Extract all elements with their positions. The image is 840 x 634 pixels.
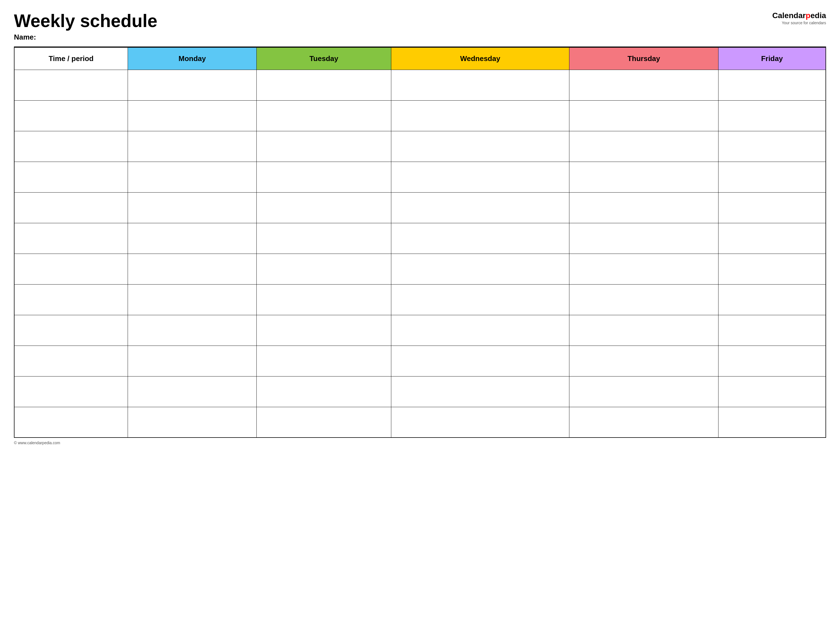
table-cell-thursday[interactable] [569, 100, 718, 131]
table-cell-friday[interactable] [718, 407, 826, 437]
table-row [14, 376, 826, 407]
table-cell-thursday[interactable] [569, 315, 718, 345]
logo-part1: Calendar [772, 11, 806, 20]
table-cell-wednesday[interactable] [391, 162, 569, 192]
schedule-body [14, 70, 826, 437]
table-cell-friday[interactable] [718, 70, 826, 100]
column-header-monday: Monday [128, 47, 257, 70]
logo-red-letter: p [806, 11, 810, 20]
table-cell-friday[interactable] [718, 100, 826, 131]
table-cell-monday[interactable] [128, 131, 257, 162]
table-cell-tuesday[interactable] [257, 100, 391, 131]
table-row [14, 284, 826, 315]
table-cell-monday[interactable] [128, 345, 257, 376]
table-cell-friday[interactable] [718, 376, 826, 407]
table-cell-tuesday[interactable] [257, 131, 391, 162]
table-cell-thursday[interactable] [569, 376, 718, 407]
table-cell-tuesday[interactable] [257, 284, 391, 315]
name-label: Name: [14, 33, 158, 41]
table-row [14, 70, 826, 100]
table-cell-monday[interactable] [128, 254, 257, 284]
table-cell-friday[interactable] [718, 284, 826, 315]
column-header-wednesday: Wednesday [391, 47, 569, 70]
table-row [14, 345, 826, 376]
table-cell-time[interactable] [14, 100, 128, 131]
table-cell-monday[interactable] [128, 162, 257, 192]
table-cell-time[interactable] [14, 162, 128, 192]
column-header-time: Time / period [14, 47, 128, 70]
table-cell-thursday[interactable] [569, 192, 718, 223]
table-cell-wednesday[interactable] [391, 192, 569, 223]
table-cell-tuesday[interactable] [257, 192, 391, 223]
table-cell-time[interactable] [14, 223, 128, 254]
page-header: Weekly schedule Name: Calendarpedia Your… [14, 11, 826, 41]
table-cell-tuesday[interactable] [257, 345, 391, 376]
table-cell-monday[interactable] [128, 223, 257, 254]
table-cell-monday[interactable] [128, 70, 257, 100]
table-cell-time[interactable] [14, 192, 128, 223]
table-cell-friday[interactable] [718, 315, 826, 345]
table-cell-wednesday[interactable] [391, 100, 569, 131]
table-cell-time[interactable] [14, 376, 128, 407]
table-row [14, 192, 826, 223]
table-cell-monday[interactable] [128, 315, 257, 345]
table-cell-monday[interactable] [128, 376, 257, 407]
table-cell-thursday[interactable] [569, 162, 718, 192]
table-cell-thursday[interactable] [569, 345, 718, 376]
table-cell-thursday[interactable] [569, 254, 718, 284]
table-cell-time[interactable] [14, 315, 128, 345]
table-cell-time[interactable] [14, 70, 128, 100]
table-cell-thursday[interactable] [569, 131, 718, 162]
table-cell-wednesday[interactable] [391, 254, 569, 284]
table-row [14, 223, 826, 254]
table-cell-wednesday[interactable] [391, 131, 569, 162]
table-cell-tuesday[interactable] [257, 70, 391, 100]
table-row [14, 131, 826, 162]
footer: © www.calendarpedia.com [14, 441, 826, 445]
table-cell-wednesday[interactable] [391, 345, 569, 376]
logo-tagline: Your source for calendars [782, 21, 826, 25]
table-cell-wednesday[interactable] [391, 223, 569, 254]
table-cell-wednesday[interactable] [391, 407, 569, 437]
table-cell-thursday[interactable] [569, 407, 718, 437]
column-header-friday: Friday [718, 47, 826, 70]
title-section: Weekly schedule Name: [14, 11, 158, 41]
table-cell-monday[interactable] [128, 407, 257, 437]
table-cell-friday[interactable] [718, 162, 826, 192]
table-cell-time[interactable] [14, 254, 128, 284]
logo-part2: edia [810, 11, 826, 20]
table-cell-thursday[interactable] [569, 223, 718, 254]
table-cell-wednesday[interactable] [391, 376, 569, 407]
table-cell-tuesday[interactable] [257, 407, 391, 437]
footer-url: © www.calendarpedia.com [14, 441, 60, 445]
table-cell-tuesday[interactable] [257, 315, 391, 345]
table-cell-time[interactable] [14, 345, 128, 376]
table-cell-time[interactable] [14, 284, 128, 315]
table-cell-friday[interactable] [718, 223, 826, 254]
table-cell-monday[interactable] [128, 284, 257, 315]
table-cell-monday[interactable] [128, 192, 257, 223]
table-cell-tuesday[interactable] [257, 376, 391, 407]
table-cell-thursday[interactable] [569, 70, 718, 100]
table-cell-wednesday[interactable] [391, 284, 569, 315]
table-cell-monday[interactable] [128, 100, 257, 131]
table-cell-friday[interactable] [718, 345, 826, 376]
table-cell-friday[interactable] [718, 192, 826, 223]
logo-section: Calendarpedia Your source for calendars [772, 11, 826, 25]
table-cell-tuesday[interactable] [257, 254, 391, 284]
table-cell-tuesday[interactable] [257, 162, 391, 192]
table-cell-thursday[interactable] [569, 284, 718, 315]
table-cell-time[interactable] [14, 407, 128, 437]
logo-text: Calendarpedia [772, 11, 826, 20]
table-cell-wednesday[interactable] [391, 70, 569, 100]
table-header-row: Time / period Monday Tuesday Wednesday T… [14, 47, 826, 70]
table-cell-wednesday[interactable] [391, 315, 569, 345]
table-cell-friday[interactable] [718, 254, 826, 284]
table-cell-friday[interactable] [718, 131, 826, 162]
page-title: Weekly schedule [14, 11, 158, 31]
table-cell-tuesday[interactable] [257, 223, 391, 254]
table-row [14, 254, 826, 284]
table-row [14, 162, 826, 192]
table-cell-time[interactable] [14, 131, 128, 162]
column-header-thursday: Thursday [569, 47, 718, 70]
